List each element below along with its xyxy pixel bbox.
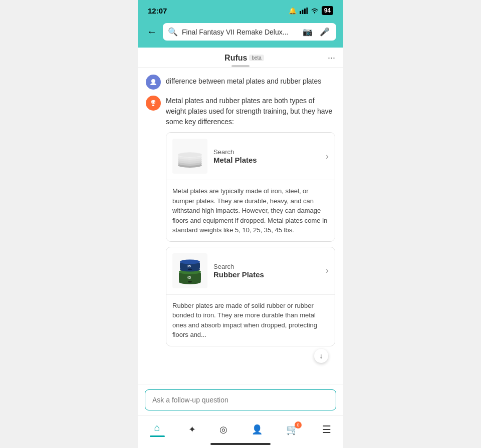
svg-point-23 <box>188 281 192 282</box>
metal-plates-image <box>172 139 207 174</box>
svg-rect-3 <box>306 8 308 14</box>
search-bar[interactable]: 🔍 Final Fantasy VII Remake Delux... 📷 🎤 <box>163 23 336 41</box>
metal-plates-info: Search Metal Plates <box>213 148 320 164</box>
status-time: 12:07 <box>148 7 167 15</box>
mic-search-button[interactable]: 🎤 <box>318 27 331 37</box>
battery-level: 94 <box>322 6 333 15</box>
more-options-button[interactable]: ··· <box>328 53 335 63</box>
metal-plates-name: Metal Plates <box>213 156 320 164</box>
bot-intro-text: Metal plates and rubber plates are both … <box>166 96 335 127</box>
home-icon: ⌂ <box>154 422 160 433</box>
nav-profile[interactable]: 👤 <box>248 422 267 437</box>
signal-icon <box>300 8 308 14</box>
status-icons: 🔔 94 <box>289 6 333 15</box>
svg-point-4 <box>314 12 315 13</box>
search-bar-area: ← 🔍 Final Fantasy VII Remake Delux... 📷 … <box>138 20 343 48</box>
user-message: difference between metal plates and rubb… <box>146 75 335 90</box>
phone-container: 12:07 🔔 94 ← <box>138 0 343 448</box>
nav-rufus[interactable]: ✦ <box>184 422 200 437</box>
rufus-nav-icon: ✦ <box>188 424 196 435</box>
bot-message: Metal plates and rubber plates are both … <box>146 96 335 346</box>
search-query: Final Fantasy VII Remake Delux... <box>182 28 297 36</box>
bot-avatar <box>146 96 161 111</box>
rubber-plates-description: Rubber plates are made of solid rubber o… <box>166 294 335 346</box>
status-bar: 12:07 🔔 94 <box>138 0 343 20</box>
rubber-plates-image: 35 45 <box>172 253 207 288</box>
svg-point-7 <box>154 102 155 103</box>
bot-content: Metal plates and rubber plates are both … <box>166 96 335 346</box>
svg-text:35: 35 <box>187 264 191 268</box>
search-icon: 🔍 <box>168 27 178 37</box>
drag-handle <box>231 65 250 67</box>
cart-count: 0 <box>295 421 302 428</box>
rubber-search-label: Search <box>213 263 320 270</box>
notification-icon: 🔔 <box>289 7 297 15</box>
user-message-text: difference between metal plates and rubb… <box>166 75 321 87</box>
rubber-plates-card[interactable]: 35 45 Search Rubber Plates › <box>166 247 335 346</box>
svg-rect-2 <box>304 9 306 14</box>
home-indicator-bar <box>138 441 343 448</box>
scroll-down-button[interactable]: ↓ <box>314 349 328 363</box>
menu-icon: ☰ <box>322 423 331 435</box>
today-icon: ◎ <box>219 424 227 435</box>
metal-plates-card[interactable]: Search Metal Plates › Metal plates are t… <box>166 132 335 242</box>
rubber-plates-chevron: › <box>326 265 329 276</box>
user-avatar <box>146 75 161 90</box>
follow-up-area <box>138 384 343 415</box>
svg-rect-0 <box>300 11 301 14</box>
back-button[interactable]: ← <box>145 26 159 38</box>
svg-point-6 <box>152 102 153 103</box>
svg-point-20 <box>180 259 200 264</box>
beta-badge: beta <box>249 55 264 61</box>
metal-search-label: Search <box>213 148 320 156</box>
svg-point-24 <box>188 268 192 270</box>
svg-point-5 <box>151 79 155 83</box>
nav-today[interactable]: ◎ <box>215 422 231 437</box>
metal-plates-svg <box>175 141 205 171</box>
metal-plates-description: Metal plates are typically made of iron,… <box>166 180 335 241</box>
bottom-nav: ⌂ ✦ ◎ 👤 🛒 0 ☰ <box>138 415 343 441</box>
svg-text:45: 45 <box>187 276 191 279</box>
chat-area: difference between metal plates and rubb… <box>138 68 343 384</box>
rubber-plates-name: Rubber Plates <box>213 270 320 279</box>
wifi-icon <box>311 8 319 14</box>
rubber-plates-info: Search Rubber Plates <box>213 263 320 279</box>
camera-search-button[interactable]: 📷 <box>301 27 314 37</box>
follow-up-input[interactable] <box>145 389 336 410</box>
rufus-header: Rufus beta ··· <box>138 48 343 68</box>
cart-badge: 🛒 0 <box>286 423 299 435</box>
home-bar <box>210 443 271 445</box>
svg-rect-1 <box>302 10 303 14</box>
nav-home[interactable]: ⌂ <box>146 420 169 439</box>
rubber-plates-card-top[interactable]: 35 45 Search Rubber Plates › <box>166 247 335 294</box>
rufus-title: Rufus <box>224 54 247 63</box>
metal-plates-card-top[interactable]: Search Metal Plates › <box>166 133 335 180</box>
nav-menu[interactable]: ☰ <box>318 421 335 437</box>
metal-plates-chevron: › <box>326 151 329 162</box>
rufus-title-area: Rufus beta <box>224 54 264 63</box>
home-active-indicator <box>150 435 165 437</box>
svg-point-14 <box>178 152 202 157</box>
profile-icon: 👤 <box>252 424 263 435</box>
nav-cart[interactable]: 🛒 0 <box>282 421 303 437</box>
rubber-plates-svg: 35 45 <box>175 256 205 286</box>
